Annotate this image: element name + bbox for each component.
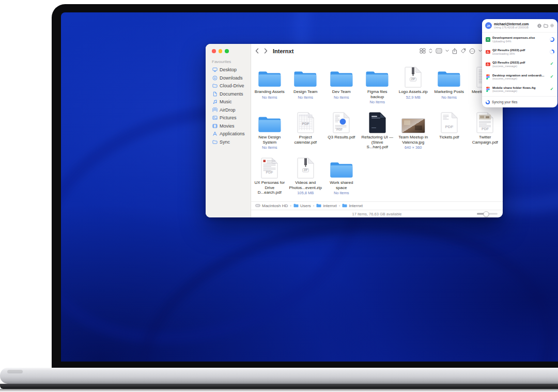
sidebar-item-movies[interactable]: Movies — [212, 122, 251, 130]
sort-chevrons-icon[interactable] — [429, 48, 432, 54]
sync-widget: JA michael@internxt.com Using 176,42GB o… — [482, 19, 557, 107]
file-item-new-design-system[interactable]: New Design SystemNo items — [252, 111, 288, 156]
svg-text:PDF: PDF — [266, 170, 274, 174]
file-item-marketing-posts[interactable]: Marketing PostsNo items — [431, 65, 468, 111]
view-grid-icon[interactable] — [420, 48, 426, 54]
status-text: 17 items, 76,63 GB available — [352, 212, 402, 216]
folder-outline-icon[interactable] — [544, 24, 548, 28]
laptop-base-fade — [0, 389, 558, 392]
window-title: Internxt — [273, 48, 293, 54]
sidebar-item-applications[interactable]: Applications — [212, 130, 251, 138]
chevron-down-icon[interactable] — [478, 50, 482, 52]
sidebar-list: DesktopDownloadsCloud-DriveDocumentsMusi… — [212, 66, 251, 146]
pdf-table-icon: PDF — [297, 111, 314, 133]
svg-text:PDF: PDF — [445, 124, 453, 129]
downloads-icon — [212, 75, 218, 81]
airdrop-icon — [212, 107, 218, 113]
xlsx-file-icon — [485, 37, 490, 42]
transfer-name: Development expenses.xlsx — [492, 36, 547, 40]
breadcrumb-separator: › — [313, 203, 315, 208]
breadcrumb-label: Users — [300, 203, 311, 208]
transfer-name: Desktop migration and onboardi... — [492, 73, 547, 77]
globe-icon[interactable] — [537, 24, 541, 28]
file-subtitle: No items — [262, 145, 277, 150]
file-item-logo-assets-zip[interactable]: ZIPLogo Assets.zip52,9 MB — [395, 65, 431, 111]
toolbar-nav — [255, 48, 268, 54]
breadcrumb-separator: › — [339, 203, 340, 208]
folder-icon — [437, 65, 461, 88]
transfer-item-development-expenses-xlsx: Development expenses.xlsxUploading 64% — [482, 33, 557, 45]
file-item-refactoring-ui-steve-s-han-pdf[interactable]: Refactoring UI — (Steve S...han).pdf — [360, 111, 396, 156]
folder-icon — [342, 203, 347, 209]
more-circle-icon[interactable] — [469, 48, 475, 54]
share-icon[interactable] — [452, 48, 457, 54]
finder-sidebar: Favourites DesktopDownloadsCloud-DriveDo… — [206, 44, 251, 217]
folder-icon — [316, 203, 321, 209]
svg-text:PDF: PDF — [336, 128, 343, 131]
file-name: Branding Assets — [255, 89, 285, 95]
breadcrumb: Macintosh HD›Users›internxt›Internxt — [251, 201, 503, 210]
account-usage: Using 176,42GB of 2000GB — [494, 26, 529, 29]
desktop-icon — [212, 67, 218, 73]
folder-icon — [330, 65, 353, 88]
group-view-icon[interactable] — [436, 48, 442, 54]
sidebar-item-label: Sync — [220, 139, 230, 145]
zoom-button[interactable] — [225, 49, 229, 53]
svg-text:PDF: PDF — [482, 127, 489, 131]
file-item-work-shared-space[interactable]: Work shared spaceNo items — [323, 156, 360, 201]
breadcrumb-item-internxt[interactable]: internxt — [316, 203, 336, 209]
breadcrumb-item-users[interactable]: Users — [293, 203, 311, 209]
file-name: UX Personas for Drive D...earch.pdf — [253, 180, 286, 195]
file-item-design-team[interactable]: Design TeamNo items — [288, 65, 324, 111]
wallpaper-swirl — [119, 194, 558, 362]
file-subtitle: 640 × 360 — [405, 145, 422, 150]
file-item-twitter-campaign-pdf[interactable]: PDFTwitter Campaign.pdf — [467, 111, 503, 156]
finder-toolbar: Internxt — [251, 44, 503, 58]
finder-main: Internxt Branding AssetsNo itemsDesign T… — [251, 44, 503, 217]
sidebar-item-cloud-drive[interactable]: Cloud-Drive — [212, 82, 251, 90]
file-name: Marketing Posts — [435, 89, 464, 95]
sidebar-item-pictures[interactable]: Pictures — [212, 114, 251, 122]
sidebar-item-desktop[interactable]: Desktop — [212, 66, 251, 74]
transfer-texts: Q2 Results (2022).pdfDownloading 35% — [492, 48, 547, 55]
file-item-ux-personas-for-drive-d-earch-pdf[interactable]: PDFUX Personas for Drive D...earch.pdf — [252, 156, 288, 201]
sidebar-item-label: Documents — [220, 91, 243, 97]
file-item-tickets-pdf[interactable]: PDFTickets.pdf — [431, 111, 468, 156]
file-item-team-meetup-in-valencia-jpg[interactable]: Team Meetup in Valencia.jpg640 × 360 — [395, 111, 431, 156]
transfer-item-mobile-share-folder-flows-fig: Mobile share folder flows.fig(success_me… — [482, 83, 557, 96]
close-button[interactable] — [212, 49, 216, 53]
sidebar-item-downloads[interactable]: Downloads — [212, 74, 251, 82]
sidebar-item-documents[interactable]: Documents — [212, 90, 251, 98]
finder-window: Favourites DesktopDownloadsCloud-DriveDo… — [206, 44, 503, 217]
file-item-project-calendar-pdf[interactable]: PDFProject calendar.pdf — [288, 111, 324, 156]
file-item-branding-assets[interactable]: Branding AssetsNo items — [252, 65, 288, 111]
folder-icon — [293, 203, 299, 209]
file-name: Refactoring UI — (Steve S...han).pdf — [361, 135, 394, 150]
file-name: Project calendar.pdf — [289, 135, 322, 145]
gear-icon[interactable] — [550, 23, 554, 28]
file-item-figma-files-backup[interactable]: Figma files backupNo items — [360, 65, 396, 111]
file-item-q3-results-pdf[interactable]: PDFQ3 Results.pdf — [323, 111, 360, 156]
chevron-right-icon[interactable] — [264, 48, 268, 54]
tag-icon[interactable] — [460, 48, 466, 54]
chevron-left-icon[interactable] — [255, 48, 259, 54]
sidebar-item-sync[interactable]: Sync — [212, 138, 251, 146]
page: Favourites DesktopDownloadsCloud-DriveDo… — [0, 0, 558, 392]
file-subtitle: 52,9 MB — [406, 95, 421, 100]
chevron-down-icon[interactable] — [445, 50, 449, 52]
file-subtitle: No items — [441, 95, 457, 100]
sidebar-item-music[interactable]: Music — [212, 98, 251, 106]
file-subtitle: No items — [298, 95, 313, 100]
slider-knob[interactable] — [484, 211, 489, 217]
breadcrumb-item-internxt[interactable]: Internxt — [342, 203, 363, 209]
file-item-videos-and-photos-event-zip[interactable]: ZIPVideos and Photos...event.zip105,8 MB — [288, 156, 324, 201]
account-email: michael@internxt.com — [494, 22, 529, 26]
minimize-button[interactable] — [219, 49, 223, 53]
file-name: Logo Assets.zip — [399, 89, 428, 95]
icon-size-slider[interactable] — [477, 213, 498, 215]
sidebar-item-airdrop[interactable]: AirDrop — [212, 106, 251, 114]
zip-icon: ZIP — [405, 65, 422, 88]
breadcrumb-item-macintosh-hd[interactable]: Macintosh HD — [255, 203, 288, 209]
file-item-dev-team[interactable]: Dev TeamNo items — [323, 65, 360, 111]
breadcrumb-separator: › — [290, 203, 291, 208]
